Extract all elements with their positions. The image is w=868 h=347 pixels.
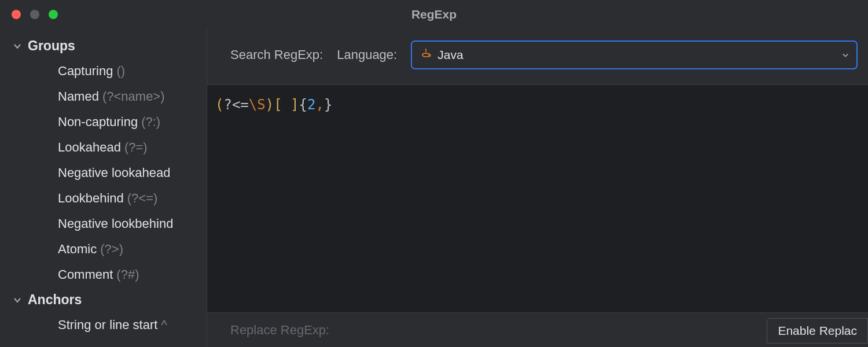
regex-token: , bbox=[315, 97, 323, 113]
sidebar: Groups Capturing() Named(?<name>) Non-ca… bbox=[0, 29, 207, 347]
sidebar-item-capturing[interactable]: Capturing() bbox=[0, 58, 207, 84]
sidebar-item-lookahead[interactable]: Lookahead(?=) bbox=[0, 135, 207, 160]
chevron-down-icon bbox=[841, 51, 849, 59]
regexp-editor[interactable]: (?<=\S)[ ]{2,} bbox=[207, 85, 868, 312]
close-window-button[interactable] bbox=[12, 10, 21, 19]
java-icon bbox=[420, 48, 432, 62]
sidebar-item-string-or-line-start[interactable]: String or line start^ bbox=[0, 312, 207, 338]
sidebar-section-groups[interactable]: Groups bbox=[0, 34, 207, 58]
sidebar-item-comment[interactable]: Comment(?#) bbox=[0, 262, 207, 287]
groups-items: Capturing() Named(?<name>) Non-capturing… bbox=[0, 58, 207, 287]
replace-toolbar: Replace RegExp: Enable Replac bbox=[207, 312, 868, 347]
sidebar-item-negative-lookahead[interactable]: Negative lookahead bbox=[0, 160, 207, 186]
regex-token: \S bbox=[249, 97, 266, 113]
enable-replace-button[interactable]: Enable Replac bbox=[767, 318, 868, 344]
regex-token: { bbox=[299, 97, 307, 113]
chevron-down-icon bbox=[13, 296, 22, 305]
sidebar-item-lookbehind[interactable]: Lookbehind(?<=) bbox=[0, 186, 207, 211]
zoom-window-button[interactable] bbox=[49, 10, 58, 19]
sidebar-item-non-capturing[interactable]: Non-capturing(?:) bbox=[0, 109, 207, 135]
sidebar-section-anchors[interactable]: Anchors bbox=[0, 287, 207, 312]
sidebar-section-title: Anchors bbox=[28, 292, 82, 308]
sidebar-section-title: Groups bbox=[28, 38, 75, 54]
regex-token: } bbox=[324, 97, 332, 113]
sidebar-item-named[interactable]: Named(?<name>) bbox=[0, 84, 207, 109]
sidebar-item-negative-lookbehind[interactable]: Negative lookbehind bbox=[0, 211, 207, 237]
search-toolbar: Search RegExp: Language: Java bbox=[207, 29, 868, 85]
anchors-items: String or line start^ bbox=[0, 312, 207, 338]
regex-token bbox=[282, 97, 290, 113]
regex-token: ( bbox=[215, 97, 223, 113]
regex-token: ] bbox=[290, 97, 299, 113]
regex-token: 2 bbox=[307, 97, 315, 113]
regex-token: ?<= bbox=[223, 97, 248, 113]
regex-token: ) bbox=[266, 97, 274, 113]
language-dropdown-value: Java bbox=[437, 48, 836, 62]
language-dropdown[interactable]: Java bbox=[411, 40, 858, 69]
main-split: Groups Capturing() Named(?<name>) Non-ca… bbox=[0, 29, 868, 347]
content-panel: Search RegExp: Language: Java (?<=\S)[ ]… bbox=[207, 29, 868, 347]
replace-regexp-label: Replace RegExp: bbox=[230, 323, 329, 338]
chevron-down-icon bbox=[13, 42, 22, 51]
language-label: Language: bbox=[337, 47, 397, 62]
regex-token: [ bbox=[274, 97, 282, 113]
window-title: RegExp bbox=[0, 8, 868, 21]
minimize-window-button[interactable] bbox=[30, 10, 39, 19]
titlebar: RegExp bbox=[0, 0, 868, 29]
traffic-lights bbox=[0, 10, 58, 19]
sidebar-item-atomic[interactable]: Atomic(?>) bbox=[0, 237, 207, 262]
search-regexp-label: Search RegExp: bbox=[230, 47, 323, 62]
